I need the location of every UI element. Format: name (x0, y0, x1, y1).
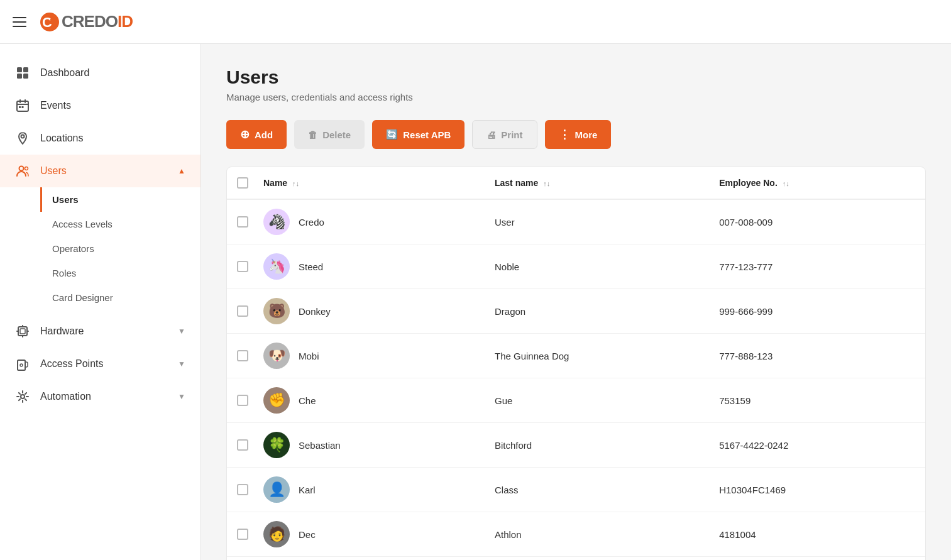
page-subtitle: Manage users, credentials and access rig… (226, 92, 926, 102)
sidebar-subitem-card-designer[interactable]: Card Designer (40, 285, 201, 310)
table-body: 🦓CredoUser007-008-009🦄SteedNoble777-123-… (227, 199, 925, 560)
row-checkbox[interactable] (237, 216, 248, 228)
avatar: 🦓 (263, 209, 290, 235)
sidebar-subitem-operators[interactable]: Operators (40, 236, 201, 261)
sidebar-hardware-label: Hardware (40, 326, 168, 337)
print-button[interactable]: 🖨 Print (472, 120, 537, 149)
sidebar-item-automation[interactable]: Automation ▼ (0, 380, 201, 413)
sidebar-locations-label: Locations (40, 133, 185, 144)
svg-rect-13 (18, 327, 27, 336)
reset-apb-button[interactable]: 🔄 Reset APB (372, 120, 465, 149)
avatar: 🐶 (263, 343, 290, 369)
svg-point-16 (20, 364, 23, 366)
sidebar-item-locations[interactable]: Locations (0, 122, 201, 155)
table-row[interactable]: 🏛RockyBulboa888-4luck (227, 557, 925, 561)
table-row[interactable]: 👤KarlClassH10304FC1469 (227, 468, 925, 512)
sidebar-item-access-points[interactable]: Access Points ▼ (0, 348, 201, 380)
row-checkbox[interactable] (237, 395, 248, 406)
reset-apb-icon: 🔄 (386, 129, 398, 140)
cell-last-name: Gue (487, 378, 712, 423)
name-text: Sebastian (299, 440, 341, 451)
toolbar: ⊕ Add 🗑 Delete 🔄 Reset APB 🖨 Print ⋮ Mor… (226, 120, 926, 149)
sidebar-users-label: Users (40, 165, 168, 177)
row-checkbox[interactable] (237, 484, 248, 495)
cell-name: 🐻Donkey (256, 289, 487, 333)
chevron-down-icon-hardware: ▼ (178, 327, 185, 336)
users-icon (15, 163, 30, 178)
sidebar: Dashboard Events (0, 44, 201, 560)
svg-point-10 (21, 135, 25, 138)
automation-icon (15, 389, 30, 404)
print-icon: 🖨 (486, 129, 496, 140)
sidebar-item-hardware[interactable]: Hardware ▼ (0, 315, 201, 348)
svg-rect-14 (20, 329, 25, 334)
cell-employee-no: H10304FC1469 (712, 468, 925, 512)
cell-name: 🧑Dec (256, 512, 487, 556)
row-checkbox[interactable] (237, 529, 248, 540)
header-name[interactable]: Name ↑↓ (256, 167, 487, 199)
sidebar-dashboard-label: Dashboard (40, 67, 185, 79)
sidebar-item-dashboard[interactable]: Dashboard (0, 57, 201, 89)
sidebar-subitem-roles[interactable]: Roles (40, 261, 201, 285)
header-employee-no[interactable]: Employee No. ↑↓ (712, 167, 925, 199)
row-checkbox[interactable] (237, 350, 248, 361)
table-row[interactable]: 🐻DonkeyDragon999-666-999 (227, 289, 925, 334)
svg-rect-6 (23, 74, 28, 79)
cell-name: 🦄Steed (256, 244, 487, 288)
hamburger-menu[interactable] (13, 17, 26, 27)
add-icon: ⊕ (240, 128, 250, 141)
name-text: Credo (299, 217, 324, 228)
row-checkbox[interactable] (237, 305, 248, 317)
cell-name: ✊Che (256, 378, 487, 422)
name-text: Mobi (299, 351, 319, 361)
table-row[interactable]: 🍀SebastianBitchford5167-4422-0242 (227, 423, 925, 468)
svg-rect-4 (23, 67, 28, 72)
table-row[interactable]: 🦓CredoUser007-008-009 (227, 199, 925, 244)
name-sort-icon: ↑↓ (292, 180, 299, 187)
more-button[interactable]: ⋮ More (545, 120, 612, 149)
name-text: Donkey (299, 306, 331, 317)
svg-point-11 (19, 167, 24, 171)
cell-name: 🦓Credo (256, 200, 487, 244)
cell-last-name: User (487, 199, 712, 244)
svg-text:C: C (42, 14, 52, 30)
sidebar-subitem-users[interactable]: Users (40, 187, 201, 212)
cell-employee-no: 4181004 (712, 512, 925, 557)
cell-employee-no: 999-666-999 (712, 289, 925, 334)
header-last-name[interactable]: Last name ↑↓ (487, 167, 712, 199)
table-row[interactable]: 🧑DecAthlon4181004 (227, 512, 925, 557)
sidebar-item-users[interactable]: Users ▲ (0, 155, 201, 187)
sidebar-item-events[interactable]: Events (0, 89, 201, 122)
row-checkbox[interactable] (237, 439, 248, 451)
delete-button[interactable]: 🗑 Delete (294, 120, 365, 149)
sidebar-subitem-access-levels[interactable]: Access Levels (40, 212, 201, 236)
add-label: Add (255, 129, 273, 140)
topbar: C CREDO ID (0, 0, 951, 44)
header-checkbox-col (227, 167, 256, 199)
sidebar-events-label: Events (40, 100, 185, 111)
dashboard-icon (15, 65, 30, 80)
cell-last-name: Athlon (487, 512, 712, 557)
chevron-down-icon-access-points: ▼ (178, 360, 185, 368)
select-all-checkbox[interactable] (237, 177, 248, 189)
svg-point-17 (21, 395, 25, 398)
cell-last-name: Class (487, 468, 712, 512)
cell-last-name: Bulboa (487, 557, 712, 561)
more-icon: ⋮ (559, 128, 570, 141)
users-table-container: Name ↑↓ Last name ↑↓ Employee No. ↑↓ (226, 167, 926, 560)
add-button[interactable]: ⊕ Add (226, 120, 287, 149)
logo: C CREDO ID (39, 11, 133, 33)
row-checkbox[interactable] (237, 261, 248, 272)
name-text: Che (299, 395, 316, 406)
cell-name: 👤Karl (256, 468, 487, 512)
delete-label: Delete (322, 129, 351, 140)
table-row[interactable]: ✊CheGue753159 (227, 378, 925, 423)
avatar: ✊ (263, 387, 290, 414)
svg-rect-15 (18, 360, 25, 370)
avatar: 👤 (263, 476, 290, 503)
table-row[interactable]: 🦄SteedNoble777-123-777 (227, 244, 925, 289)
page-title: Users (226, 67, 926, 88)
hardware-icon (15, 324, 30, 339)
table-row[interactable]: 🐶MobiThe Guinnea Dog777-888-123 (227, 334, 925, 378)
cell-name: 🏛Rocky (256, 557, 487, 560)
